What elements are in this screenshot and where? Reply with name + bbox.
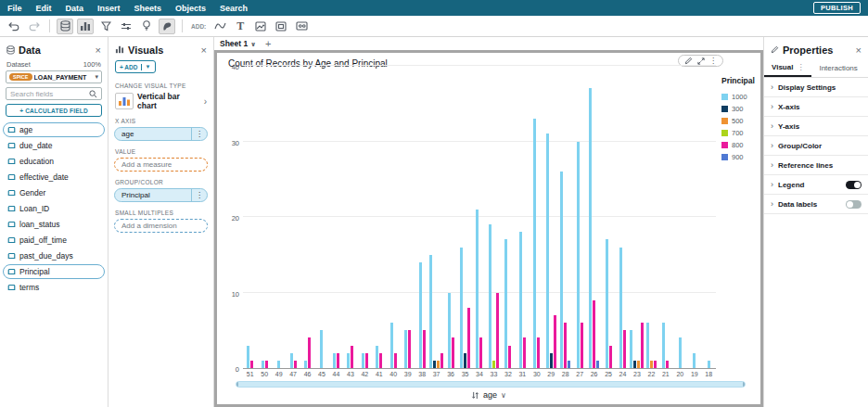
bar-44-800[interactable] bbox=[337, 353, 339, 368]
well-x-axis[interactable]: age⋮ bbox=[114, 127, 208, 141]
bar-29-800[interactable] bbox=[554, 315, 556, 368]
bar-26-1000[interactable] bbox=[589, 88, 592, 368]
add-embedded-visual-icon[interactable] bbox=[273, 19, 289, 34]
format-visual-icon[interactable] bbox=[684, 57, 693, 65]
bar-44-1000[interactable] bbox=[333, 353, 336, 368]
menu-item-sheets[interactable]: Sheets bbox=[134, 4, 162, 13]
bar-46-1000[interactable] bbox=[304, 361, 307, 368]
sort-icon[interactable] bbox=[471, 391, 479, 400]
bar-51-1000[interactable] bbox=[247, 346, 249, 368]
chevron-right-icon[interactable]: › bbox=[771, 83, 773, 92]
bar-38-800[interactable] bbox=[423, 330, 426, 368]
visual-menu-icon[interactable]: ⋮ bbox=[709, 57, 717, 65]
bar-40-800[interactable] bbox=[394, 353, 397, 368]
bar-23-500[interactable] bbox=[637, 361, 640, 368]
properties-section-data-labels[interactable]: ›Data labels bbox=[764, 195, 868, 214]
bar-33-800[interactable] bbox=[496, 293, 499, 369]
bar-21-800[interactable] bbox=[666, 361, 669, 368]
add-visual-button[interactable]: + ADD ▼ bbox=[115, 60, 156, 73]
bar-24-1000[interactable] bbox=[619, 248, 622, 368]
legend-item-900[interactable]: 900 bbox=[721, 153, 755, 161]
properties-section-x-axis[interactable]: ›X-axis bbox=[764, 97, 868, 117]
parameters-icon[interactable] bbox=[118, 19, 134, 34]
menu-item-file[interactable]: File bbox=[7, 4, 22, 13]
bar-37-300[interactable] bbox=[433, 361, 436, 368]
undo-icon[interactable] bbox=[6, 19, 22, 34]
add-visual-line-chart-icon[interactable] bbox=[211, 19, 228, 34]
field-item-past_due_days[interactable]: past_due_days bbox=[3, 248, 105, 263]
menu-item-data[interactable]: Data bbox=[66, 4, 84, 13]
field-item-loan_status[interactable]: loan_status bbox=[3, 217, 105, 232]
bar-34-1000[interactable] bbox=[476, 210, 479, 368]
bar-49-1000[interactable] bbox=[277, 361, 280, 368]
x-axis-field[interactable]: age ∨ bbox=[223, 388, 755, 402]
bar-22-800[interactable] bbox=[654, 361, 657, 368]
close-icon[interactable]: × bbox=[96, 45, 101, 56]
bar-41-800[interactable] bbox=[379, 353, 382, 368]
bar-19-1000[interactable] bbox=[693, 353, 696, 368]
bar-22-500[interactable] bbox=[650, 361, 653, 368]
bar-chart-visual[interactable]: ⋮ Count of Records by Age and Principal … bbox=[214, 50, 763, 407]
bar-36-1000[interactable] bbox=[448, 293, 451, 369]
legend-item-700[interactable]: 700 bbox=[721, 129, 755, 137]
chevron-right-icon[interactable]: › bbox=[771, 141, 773, 150]
tab-sheet-1[interactable]: Sheet 1∨ bbox=[220, 39, 256, 48]
bar-33-1000[interactable] bbox=[489, 224, 491, 368]
legend-item-300[interactable]: 300 bbox=[721, 105, 755, 113]
chevron-right-icon[interactable]: › bbox=[771, 121, 773, 131]
bar-18-1000[interactable] bbox=[708, 361, 710, 368]
chevron-down-icon[interactable]: ∨ bbox=[250, 41, 256, 47]
chevron-right-icon[interactable]: › bbox=[204, 96, 207, 107]
bar-32-800[interactable] bbox=[508, 346, 511, 368]
field-item-due_date[interactable]: due_date bbox=[3, 138, 105, 153]
bar-38-1000[interactable] bbox=[419, 262, 422, 368]
bar-43-1000[interactable] bbox=[347, 353, 350, 368]
bar-50-800[interactable] bbox=[265, 361, 268, 368]
tab-menu-icon[interactable]: ⋮ bbox=[797, 63, 804, 71]
chevron-right-icon[interactable]: › bbox=[771, 160, 773, 170]
bar-30-1000[interactable] bbox=[533, 119, 536, 368]
chevron-right-icon[interactable]: › bbox=[771, 102, 773, 111]
menu-item-edit[interactable]: Edit bbox=[36, 4, 52, 13]
bar-32-1000[interactable] bbox=[504, 239, 507, 368]
bar-46-800[interactable] bbox=[308, 337, 311, 368]
bar-27-800[interactable] bbox=[581, 323, 583, 368]
bar-28-800[interactable] bbox=[564, 323, 567, 368]
bar-40-1000[interactable] bbox=[390, 323, 393, 368]
legend-toggle[interactable] bbox=[846, 181, 862, 189]
bar-28-1000[interactable] bbox=[560, 172, 563, 368]
chevron-right-icon[interactable]: › bbox=[771, 199, 773, 209]
bar-22-1000[interactable] bbox=[646, 323, 649, 368]
bar-35-800[interactable] bbox=[467, 308, 470, 368]
calculated-field-button[interactable]: + CALCULATED FIELD bbox=[6, 104, 102, 117]
field-item-education[interactable]: education bbox=[3, 154, 105, 169]
chevron-right-icon[interactable]: › bbox=[771, 180, 773, 189]
themes-icon[interactable] bbox=[159, 19, 175, 34]
visuals-panel-toggle-button[interactable] bbox=[77, 19, 94, 34]
well-menu-icon[interactable]: ⋮ bbox=[191, 189, 207, 201]
data-labels-toggle[interactable] bbox=[846, 200, 862, 209]
menu-item-objects[interactable]: Objects bbox=[175, 4, 206, 13]
insights-lightbulb-icon[interactable] bbox=[138, 19, 155, 34]
field-item-terms[interactable]: terms bbox=[3, 280, 105, 295]
bar-23-300[interactable] bbox=[633, 361, 636, 368]
bar-41-1000[interactable] bbox=[376, 346, 378, 368]
bar-39-800[interactable] bbox=[408, 330, 411, 368]
chevron-down-icon[interactable]: ∨ bbox=[501, 391, 506, 400]
bar-42-800[interactable] bbox=[365, 353, 368, 368]
bar-36-800[interactable] bbox=[452, 337, 454, 368]
bar-35-300[interactable] bbox=[464, 353, 466, 368]
bar-42-1000[interactable] bbox=[362, 353, 364, 368]
field-item-age[interactable]: age bbox=[3, 122, 105, 137]
tab-visual[interactable]: Visual⋮ bbox=[764, 60, 811, 77]
add-sheet-button[interactable]: + bbox=[265, 38, 271, 49]
bar-43-800[interactable] bbox=[351, 346, 353, 368]
bar-24-800[interactable] bbox=[623, 330, 626, 368]
bar-45-1000[interactable] bbox=[320, 330, 323, 368]
close-icon[interactable]: × bbox=[201, 45, 207, 56]
field-item-paid_off_time[interactable]: paid_off_time bbox=[3, 233, 105, 248]
well-small-multiples[interactable]: Add a dimension bbox=[114, 219, 208, 233]
legend-item-800[interactable]: 800 bbox=[721, 141, 755, 149]
field-item-effective_date[interactable]: effective_date bbox=[3, 170, 105, 184]
properties-section-group-color[interactable]: ›Group/Color bbox=[764, 136, 868, 156]
